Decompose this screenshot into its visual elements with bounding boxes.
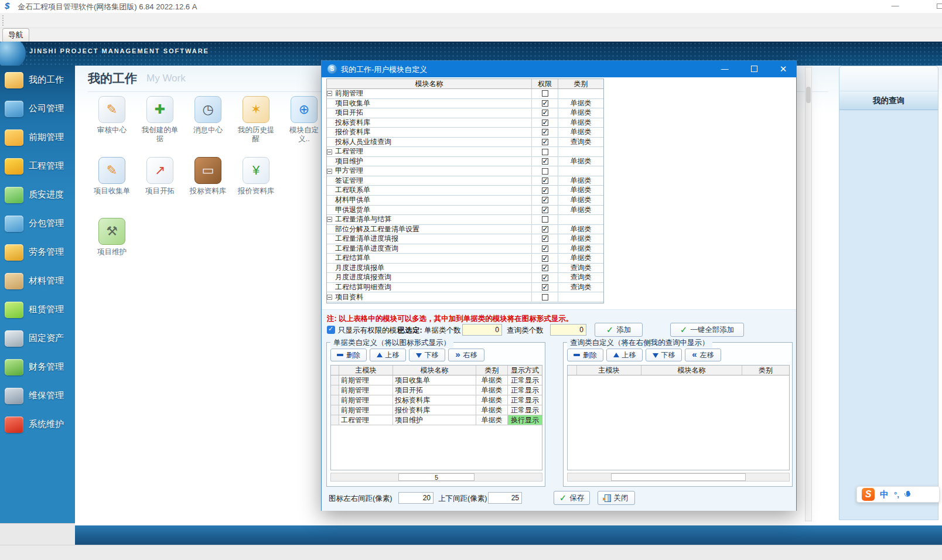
- tree-row[interactable]: 工程量清单与结算: [327, 215, 603, 225]
- sidebar-item[interactable]: 工程管理: [0, 152, 75, 180]
- workspace-shortcut[interactable]: ✶ 我的历史提醒: [232, 96, 280, 144]
- tree-row[interactable]: 前期管理: [327, 89, 603, 99]
- sidebar-item[interactable]: 系统维护: [0, 410, 75, 439]
- sogou-logo-icon[interactable]: S: [862, 488, 875, 501]
- permission-checkbox[interactable]: [542, 119, 548, 126]
- toolbar-button[interactable]: 下移: [409, 349, 445, 361]
- ime-toolbar[interactable]: S 中 °,: [856, 486, 940, 503]
- workspace-shortcut[interactable]: ▭ 投标资料库: [184, 157, 232, 196]
- tree-row[interactable]: 月度进度填报查询 查询类: [327, 273, 603, 283]
- workspace-shortcut[interactable]: ✎ 审核中心: [88, 96, 136, 144]
- row-selector[interactable]: [331, 395, 339, 405]
- tree-row[interactable]: 甲方管理: [327, 166, 603, 176]
- sidebar-item[interactable]: 前期管理: [0, 123, 75, 152]
- sidebar-item[interactable]: 维保管理: [0, 381, 75, 410]
- permission-checkbox[interactable]: [542, 275, 548, 281]
- permission-checkbox[interactable]: [542, 177, 548, 184]
- workspace-shortcut[interactable]: ↗ 项目开拓: [136, 157, 184, 196]
- tree-row[interactable]: 材料甲供单 单据类: [327, 196, 603, 206]
- doc-table-row[interactable]: 前期管理 报价资料库 单据类 正常显示: [331, 405, 542, 415]
- filter-checkbox[interactable]: [327, 326, 335, 334]
- permission-checkbox[interactable]: [542, 265, 548, 271]
- tree-row[interactable]: 月度进度填报单 查询类: [327, 264, 603, 274]
- tab-navigation[interactable]: 导航: [2, 28, 29, 42]
- sidebar-item[interactable]: 质安进度: [0, 180, 75, 209]
- doc-table-row[interactable]: 前期管理 项目收集单 单据类 正常显示: [331, 375, 542, 385]
- permission-checkbox[interactable]: [542, 139, 548, 145]
- tree-row[interactable]: 项目收集单 单据类: [327, 99, 603, 109]
- row-selector[interactable]: [331, 405, 339, 415]
- tree-row[interactable]: 工程结算明细查询 查询类: [327, 283, 603, 293]
- workspace-shortcut[interactable]: ◷ 消息中心: [184, 96, 232, 144]
- toolbar-button[interactable]: 删除: [567, 349, 603, 361]
- tree-row[interactable]: 工程管理: [327, 147, 603, 157]
- tree-row[interactable]: 工程结算单 单据类: [327, 254, 603, 264]
- permission-checkbox[interactable]: [542, 245, 548, 252]
- toolbar-button[interactable]: 右移: [448, 349, 484, 361]
- doc-table-row[interactable]: 前期管理 项目开拓 单据类 正常显示: [331, 385, 542, 395]
- permission-checkbox[interactable]: [542, 168, 548, 175]
- sidebar-item[interactable]: 劳务管理: [0, 238, 75, 267]
- save-button[interactable]: ✓保存: [554, 491, 590, 505]
- ime-language-toggle[interactable]: 中: [880, 489, 889, 500]
- toolbar-button[interactable]: 删除: [330, 349, 367, 361]
- spacing-v-field[interactable]: [488, 492, 522, 504]
- sidebar-item[interactable]: 租赁管理: [0, 295, 75, 324]
- tree-row[interactable]: 部位分解及工程量清单设置 单据类: [327, 225, 603, 235]
- workspace-shortcut[interactable]: ✎ 项目收集单: [88, 157, 136, 196]
- sidebar-item[interactable]: 分包管理: [0, 209, 75, 238]
- workspace-shortcut[interactable]: ✚ 我创建的单据: [136, 96, 184, 144]
- permission-checkbox[interactable]: [542, 294, 548, 301]
- expander-icon[interactable]: [327, 91, 332, 96]
- add-button[interactable]: ✓添加: [595, 323, 643, 337]
- close-button[interactable]: 关闭: [598, 491, 635, 505]
- doc-count-field[interactable]: [462, 324, 502, 336]
- tree-row[interactable]: 甲供退货单 单据类: [327, 206, 603, 216]
- tree-row[interactable]: 投标资料库 单据类: [327, 118, 603, 128]
- toolbar-button[interactable]: 上移: [370, 349, 406, 361]
- window-maximize-button[interactable]: [928, 0, 942, 13]
- tree-row[interactable]: 项目资料: [327, 292, 603, 302]
- window-minimize-button[interactable]: —: [883, 0, 907, 13]
- expander-icon[interactable]: [327, 169, 332, 174]
- tree-row[interactable]: 工程联系单 单据类: [327, 186, 603, 196]
- sidebar-item[interactable]: 财务管理: [0, 353, 75, 381]
- tree-row[interactable]: 投标人员业绩查询 查询类: [327, 138, 603, 148]
- permission-checkbox[interactable]: [542, 235, 548, 242]
- dialog-close-button[interactable]: ✕: [770, 61, 796, 77]
- row-selector[interactable]: [331, 375, 339, 385]
- expander-icon[interactable]: [327, 217, 332, 222]
- permission-checkbox[interactable]: [542, 158, 548, 165]
- permission-checkbox[interactable]: [542, 90, 548, 97]
- doc-table-row[interactable]: 前期管理 投标资料库 单据类 正常显示: [331, 395, 542, 405]
- tree-row[interactable]: 签证管理 单据类: [327, 176, 603, 186]
- doc-table-scrollbar[interactable]: 5: [330, 473, 542, 482]
- permission-checkbox[interactable]: [542, 149, 548, 155]
- tree-row[interactable]: 项目开拓 单据类: [327, 108, 603, 118]
- tree-row[interactable]: 报价资料库 单据类: [327, 128, 603, 138]
- query-count-field[interactable]: [550, 324, 586, 336]
- permission-checkbox[interactable]: [542, 284, 548, 291]
- permission-checkbox[interactable]: [542, 216, 548, 223]
- permission-checkbox[interactable]: [542, 226, 548, 233]
- toolbar-button[interactable]: 下移: [646, 349, 682, 361]
- tree-row[interactable]: 项目维护 单据类: [327, 157, 603, 167]
- spacing-h-field[interactable]: [398, 492, 434, 504]
- row-selector[interactable]: [331, 385, 339, 395]
- row-selector[interactable]: [331, 415, 339, 425]
- add-all-button[interactable]: ✓一键全部添加: [670, 323, 744, 337]
- dialog-titlebar[interactable]: S 我的工作-用户模块自定义 — ✕: [322, 61, 796, 77]
- sidebar-item[interactable]: 材料管理: [0, 267, 75, 295]
- permission-checkbox[interactable]: [542, 207, 548, 213]
- permission-checkbox[interactable]: [542, 100, 548, 107]
- ime-punctuation-toggle[interactable]: °,: [894, 490, 899, 499]
- toolbar-button[interactable]: 上移: [606, 349, 643, 361]
- tree-row[interactable]: 工程量清单进度查询 单据类: [327, 244, 603, 254]
- workspace-shortcut[interactable]: ⚒ 项目维护: [88, 218, 136, 257]
- permission-checkbox[interactable]: [542, 129, 548, 135]
- sidebar-item[interactable]: 公司管理: [0, 94, 75, 123]
- tree-row[interactable]: 工程量清单进度填报 单据类: [327, 234, 603, 244]
- doc-table-row[interactable]: 工程管理 项目维护 单据类 换行显示: [331, 415, 542, 425]
- sidebar-item[interactable]: 我的工作: [0, 66, 75, 94]
- content-scrollbar[interactable]: [805, 67, 812, 521]
